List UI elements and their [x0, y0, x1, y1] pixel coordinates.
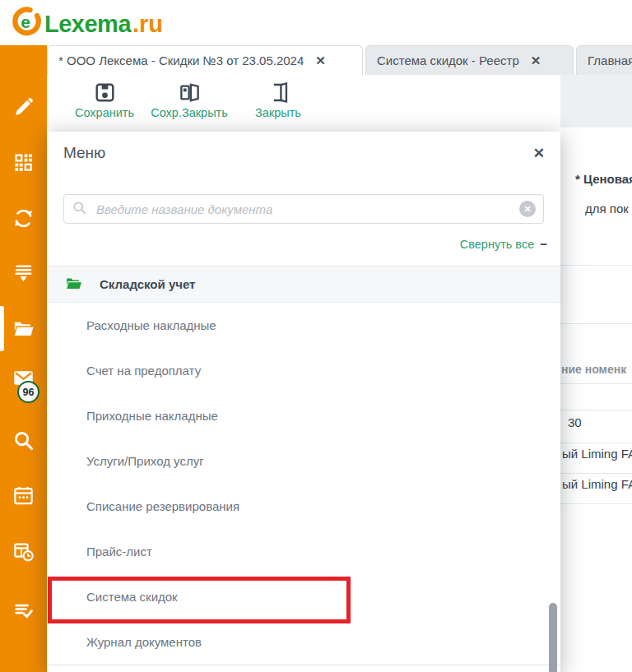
menu-scrollbar-thumb[interactable]	[549, 603, 557, 672]
tab-label: Система скидок - Реестр	[377, 53, 519, 67]
divider	[560, 410, 632, 410]
collapse-all-link[interactable]: Свернуть все −	[460, 237, 547, 251]
tab-label: * ООО Лексема - Скидки №3 от 23.05.2024	[58, 53, 304, 67]
menu-section-warehouse[interactable]: Складской учет	[47, 266, 560, 303]
menu-search-box: ✕	[63, 194, 544, 224]
tab-close-icon[interactable]: ✕	[531, 53, 541, 68]
logo-tld: .ru	[132, 11, 163, 38]
menu-item-receipt-invoices[interactable]: Приходные накладные	[47, 393, 560, 438]
search-magnifier-icon	[72, 200, 87, 219]
collapse-all-label: Свернуть все	[460, 238, 534, 251]
lexema-logo-mark-icon: e	[10, 5, 43, 43]
menu-item-services[interactable]: Услуги/Приход услуг	[47, 438, 560, 484]
divider	[560, 503, 632, 504]
save-close-icon	[179, 81, 201, 104]
save-and-close-button-label: Сохр.Закрыть	[151, 106, 228, 119]
divider	[560, 443, 632, 443]
table-cell: 30	[568, 415, 582, 429]
form-field-label: для пок	[585, 202, 629, 216]
export-list-icon[interactable]	[12, 262, 35, 284]
active-section-indicator	[0, 306, 4, 351]
form-field-label: * Ценовая	[575, 172, 632, 186]
save-icon	[94, 81, 116, 104]
search-icon[interactable]	[12, 429, 35, 452]
menu-modal: Меню ✕ ✕ Свернуть все − Складской учет Р…	[47, 132, 560, 672]
folder-open-icon[interactable]	[12, 317, 35, 340]
menu-section-label: Складской учет	[100, 277, 195, 291]
report-table-clock-icon[interactable]	[12, 540, 35, 563]
menu-item-prepayment-invoice[interactable]: Счет на предоплату	[47, 348, 560, 393]
table-cell: ый Liming FA	[562, 477, 632, 491]
svg-text:e: e	[21, 12, 30, 31]
edit-pencil-icon[interactable]	[12, 96, 35, 118]
menu-search-input[interactable]	[95, 202, 512, 217]
menu-item-reservation-writeoff[interactable]: Списание резервирования	[47, 484, 560, 529]
tab-close-icon[interactable]: ✕	[315, 53, 326, 68]
folder-green-icon	[65, 275, 82, 294]
save-button[interactable]: Сохранить	[69, 81, 140, 119]
table-column-header: ние номенк	[561, 363, 626, 376]
table-cell: ый Liming FA	[562, 447, 632, 461]
qr-code-icon[interactable]	[12, 151, 35, 174]
calendar-icon[interactable]	[12, 484, 35, 507]
mail-unread-badge: 96	[17, 381, 40, 403]
menu-item-expense-invoices[interactable]: Расходные накладные	[47, 303, 560, 348]
collapse-minus-icon: −	[540, 237, 547, 251]
menu-modal-title: Меню	[63, 144, 105, 162]
menu-items-list: Расходные накладные Счет на предоплату П…	[47, 303, 560, 665]
lexema-logo: e Lexema.ru	[10, 7, 163, 41]
menu-item-price-list[interactable]: Прайс-лист	[47, 529, 560, 574]
menu-item-discount-system[interactable]: Система скидок	[47, 574, 560, 619]
refresh-icon[interactable]	[12, 207, 35, 229]
tab-discount-registry[interactable]: Система скидок - Реестр ✕	[365, 45, 574, 75]
main-sidebar: 96	[0, 45, 47, 672]
divider	[560, 383, 632, 384]
tab-label: Главная	[588, 53, 632, 67]
close-doc-icon	[267, 81, 290, 104]
logo-text: Lexema	[44, 7, 131, 41]
menu-item-document-journal[interactable]: Журнал документов	[47, 619, 560, 665]
checklist-icon[interactable]	[12, 600, 35, 622]
background-page-fragment: * Ценовая для пок ние номенк 30 ый Limin…	[560, 75, 632, 672]
divider	[560, 265, 632, 266]
save-button-label: Сохранить	[75, 106, 134, 119]
divider	[560, 473, 632, 474]
tab-home[interactable]: Главная	[576, 45, 632, 75]
search-clear-icon[interactable]: ✕	[519, 201, 536, 217]
menu-close-icon[interactable]: ✕	[533, 145, 545, 162]
save-and-close-button[interactable]: Сохр.Закрыть	[148, 81, 230, 119]
close-document-button-label: Закрыть	[255, 106, 301, 119]
divider	[560, 323, 632, 324]
close-document-button[interactable]: Закрыть	[250, 81, 306, 119]
toolbar-gray-band	[560, 75, 632, 127]
tab-document-discounts[interactable]: * ООО Лексема - Скидки №3 от 23.05.2024 …	[47, 45, 363, 75]
